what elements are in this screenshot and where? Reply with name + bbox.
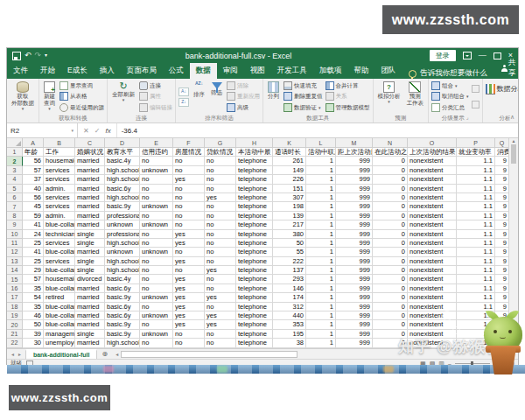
data-cell[interactable]: 1 <box>306 202 336 211</box>
new-sheet-icon[interactable]: ⊕ <box>97 349 112 359</box>
vertical-scroll-thumb[interactable] <box>511 144 516 164</box>
field-header-cell[interactable]: 信用违约 <box>140 148 173 157</box>
data-cell[interactable]: no <box>140 257 173 266</box>
data-cell[interactable]: no <box>140 185 173 193</box>
data-cell[interactable]: yes <box>173 303 205 312</box>
share-button[interactable]: 共享 <box>494 58 525 79</box>
data-cell[interactable]: telephone <box>236 175 273 184</box>
data-cell[interactable]: 0 <box>373 239 408 248</box>
data-cell[interactable]: yes <box>173 257 205 266</box>
data-cell[interactable]: 217 <box>273 220 306 229</box>
data-cell[interactable]: 380 <box>273 230 306 239</box>
confirm-entry-icon[interactable]: ✓ <box>94 127 101 135</box>
column-header-K[interactable]: K <box>273 138 306 148</box>
data-cell[interactable]: 1 <box>306 175 336 184</box>
column-header-M[interactable]: M <box>336 138 373 148</box>
field-header-cell[interactable]: 房屋情况 <box>173 148 205 157</box>
data-cell[interactable]: 0 <box>373 202 408 211</box>
data-cell[interactable]: yes <box>205 312 236 320</box>
tab-开始[interactable]: 开始 <box>34 63 61 79</box>
data-cell[interactable]: 41 <box>23 248 44 256</box>
data-cell[interactable]: yes <box>173 239 205 248</box>
tab-团队[interactable]: 团队 <box>374 63 402 79</box>
data-cell[interactable]: 1.1 <box>457 239 495 248</box>
column-header-P[interactable]: P <box>457 138 495 148</box>
data-cell[interactable]: 293 <box>273 275 306 284</box>
data-cell[interactable]: 999 <box>336 157 373 165</box>
data-cell[interactable]: 999 <box>336 230 373 239</box>
data-cell[interactable]: blue-collar <box>44 220 75 229</box>
column-header-E[interactable]: E <box>140 138 173 148</box>
tab-E成长[interactable]: E成长 <box>61 63 94 79</box>
data-cell[interactable]: single <box>75 239 105 248</box>
data-cell[interactable]: 9 <box>495 220 509 229</box>
data-cell[interactable]: married <box>75 293 105 302</box>
data-cell[interactable]: 222 <box>273 257 306 266</box>
data-cell[interactable]: no <box>140 212 173 220</box>
data-cell[interactable]: housemaid <box>44 157 75 165</box>
data-cell[interactable]: 0 <box>373 284 408 293</box>
data-cell[interactable]: nonexistent <box>408 303 457 312</box>
data-cell[interactable]: no <box>140 320 173 329</box>
data-cell[interactable]: married <box>75 212 105 220</box>
row-header-5[interactable]: 5 <box>7 185 23 193</box>
data-cell[interactable]: basic.6y <box>105 185 140 193</box>
data-cell[interactable]: 9 <box>495 266 509 275</box>
row-header-14[interactable]: 14 <box>7 266 23 275</box>
data-cell[interactable]: no <box>173 166 205 175</box>
data-cell[interactable]: no <box>205 157 236 165</box>
data-cell[interactable]: no <box>140 193 173 202</box>
data-cell[interactable]: 1.1 <box>457 193 495 202</box>
field-header-cell[interactable]: 在此活动之前 <box>373 148 408 157</box>
data-cell[interactable]: no <box>205 166 236 175</box>
data-cell[interactable]: 198 <box>273 202 306 211</box>
cancel-entry-icon[interactable]: ✕ <box>83 127 89 135</box>
column-header-L[interactable]: L <box>306 138 336 148</box>
data-cell[interactable]: 50 <box>23 320 44 329</box>
data-cell[interactable]: telephone <box>236 193 273 202</box>
insert-function-icon[interactable]: fx <box>105 127 110 135</box>
data-cell[interactable]: 1.1 <box>457 275 495 284</box>
data-cell[interactable]: admin. <box>44 185 75 193</box>
row-header-1[interactable]: 1 <box>7 148 23 157</box>
data-cell[interactable]: 999 <box>336 320 373 329</box>
data-cell[interactable]: no <box>205 248 236 256</box>
redo-icon[interactable]: ↷ <box>35 52 42 60</box>
data-cell[interactable]: basic.6y <box>105 312 140 320</box>
data-cell[interactable]: no <box>173 185 205 193</box>
data-cell[interactable]: 9 <box>495 157 509 165</box>
data-cell[interactable]: blue-collar <box>44 266 75 275</box>
column-header-B[interactable]: B <box>44 138 75 148</box>
data-cell[interactable]: no <box>140 339 173 347</box>
data-cell[interactable]: 151 <box>273 185 306 193</box>
properties-button[interactable]: 属性 <box>139 92 172 101</box>
row-header-12[interactable]: 12 <box>7 248 23 256</box>
data-cell[interactable]: 1.1 <box>457 157 495 165</box>
data-cell[interactable]: 25 <box>23 257 44 266</box>
dialog-launcher-icon[interactable]: ⌟ <box>466 113 469 122</box>
data-cell[interactable]: blue-collar <box>44 320 75 329</box>
data-cell[interactable]: 999 <box>336 284 373 293</box>
data-cell[interactable]: 0 <box>373 266 408 275</box>
group-button[interactable]: 组合▾ <box>431 81 469 90</box>
data-cell[interactable]: 24 <box>23 230 44 239</box>
refresh-all-button[interactable]: ↻ 全部刷新 ▾ <box>110 80 136 113</box>
data-cell[interactable]: telephone <box>236 166 273 175</box>
data-cell[interactable]: 353 <box>273 320 306 329</box>
data-cell[interactable]: basic.6y <box>105 284 140 293</box>
data-cell[interactable]: telephone <box>236 185 273 193</box>
data-cell[interactable]: 440 <box>273 312 306 320</box>
row-header-18[interactable]: 18 <box>7 303 23 312</box>
data-cell[interactable]: 1.1 <box>457 293 495 302</box>
data-cell[interactable]: unknown <box>140 220 173 229</box>
data-cell[interactable]: 1.1 <box>457 202 495 211</box>
tell-me-box[interactable]: 告诉我你想要做什么 <box>402 68 494 79</box>
data-cell[interactable]: single <box>75 230 105 239</box>
data-cell[interactable]: 999 <box>336 312 373 320</box>
tab-插入[interactable]: 插入 <box>94 63 121 79</box>
data-cell[interactable]: no <box>205 202 236 211</box>
row-header-17[interactable]: 17 <box>7 293 23 302</box>
subtotal-button[interactable]: 分类汇总 <box>431 103 469 112</box>
data-cell[interactable]: 999 <box>336 175 373 184</box>
data-cell[interactable]: no <box>173 157 205 165</box>
